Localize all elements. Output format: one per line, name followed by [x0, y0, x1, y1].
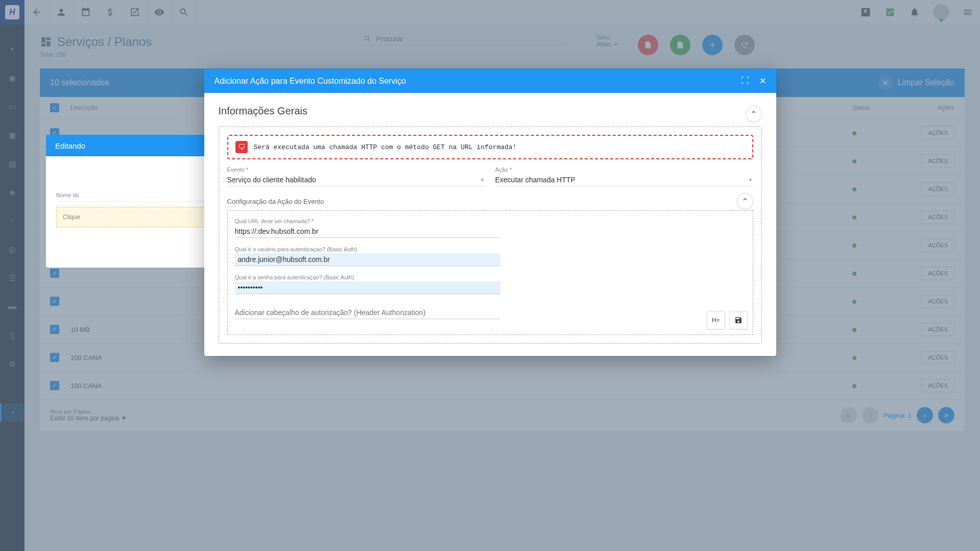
evento-label: Evento * [227, 166, 485, 173]
collapse-section-button[interactable]: ⌃ [746, 106, 762, 122]
config-title: Configuração da Ação do Evento [227, 198, 753, 205]
user-label: Qual é o usuário para autenticaçao? (Bas… [235, 246, 500, 252]
hn-button[interactable]: H= [707, 311, 725, 329]
evento-select[interactable]: Serviço do cliente habilitado ▼ [227, 174, 485, 186]
url-input[interactable] [235, 225, 500, 238]
collapse-config-button[interactable]: ⌃ [737, 193, 753, 209]
section-box: 🗨 Será executada uma chamada HTTP com o … [219, 126, 762, 344]
dialog-title: Adicionar Ação para Evento Customizado d… [214, 77, 406, 86]
pass-label: Qual é a senha para autenticaçao? (Basic… [235, 274, 500, 280]
acao-label: Ação * [495, 166, 753, 173]
warning-icon: 🗨 [235, 141, 248, 153]
edit-dialog-title: Editando [55, 141, 85, 150]
section-title: Informações Gerais [219, 105, 762, 117]
header-input[interactable] [235, 306, 500, 319]
close-icon[interactable]: ✕ [759, 76, 766, 86]
warning-text: Será executada uma chamada HTTP com o mé… [254, 143, 517, 151]
acao-select[interactable]: Executar chamada HTTP ▼ [495, 174, 753, 186]
action-dialog: Adicionar Ação para Evento Customizado d… [204, 69, 776, 356]
fullscreen-icon[interactable]: ⛶ [741, 76, 749, 86]
save-icon-button[interactable] [729, 311, 748, 329]
config-box: Qual URL deve ser chamada? * Qual é o us… [227, 210, 753, 335]
pass-input[interactable] [235, 281, 500, 294]
url-label: Qual URL deve ser chamada? * [235, 218, 500, 224]
warning-box: 🗨 Será executada uma chamada HTTP com o … [227, 135, 753, 159]
user-input[interactable] [235, 253, 500, 266]
